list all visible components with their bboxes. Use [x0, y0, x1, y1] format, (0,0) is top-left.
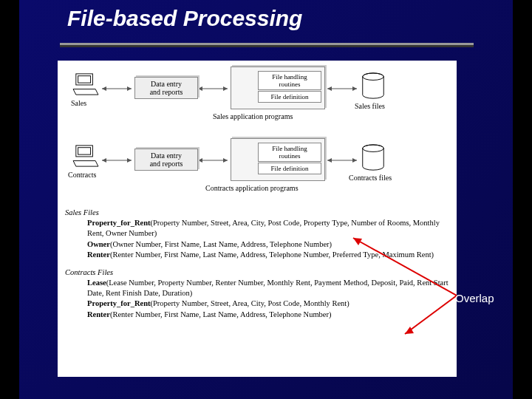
terminal-label: Contracts: [68, 171, 96, 179]
app-programs-box: File handling routines File definition: [231, 138, 325, 181]
data-entry-box: Data entry and reports: [134, 77, 198, 99]
slide-title: File-based Processing: [67, 6, 302, 31]
cylinder-icon: [361, 144, 386, 172]
schema-line: Lease(Lease Number, Property Number, Ren…: [87, 278, 449, 299]
svg-rect-19: [78, 76, 91, 83]
file-handling-box: File handling routines: [258, 143, 321, 162]
schema-line: Property_for_Rent(Property Number, Stree…: [87, 218, 449, 239]
svg-marker-29: [405, 327, 414, 334]
app-programs-box: File handling routines File definition: [231, 66, 325, 109]
terminal-icon: [71, 72, 100, 96]
svg-marker-17: [352, 158, 357, 163]
svg-marker-2: [127, 86, 132, 91]
file-definition-box: File definition: [258, 163, 321, 174]
svg-marker-13: [198, 158, 202, 163]
schema-block: Sales Files Property_for_Rent(Property N…: [65, 205, 449, 320]
contracts-files-heading: Contracts Files: [65, 267, 449, 278]
schema-line: Renter(Renter Number, First Name, Last N…: [87, 250, 449, 260]
svg-marker-5: [223, 86, 228, 91]
svg-marker-16: [327, 158, 332, 163]
files-label: Contracts files: [349, 174, 392, 182]
schema-line: Renter(Renter Number, First Name, Last N…: [87, 310, 449, 320]
terminal-icon: [71, 144, 100, 168]
overlap-label: Overlap: [455, 292, 494, 304]
svg-marker-7: [327, 86, 332, 91]
svg-marker-1: [102, 86, 106, 91]
svg-rect-23: [78, 148, 91, 154]
files-label: Sales files: [355, 102, 385, 110]
terminal-label: Sales: [71, 99, 86, 107]
cylinder-icon: [361, 72, 386, 100]
diagram-panel: Sales Data entry and reports File handli…: [58, 61, 457, 377]
svg-marker-8: [352, 86, 357, 91]
app-label: Contracts application programs: [205, 184, 299, 192]
title-rule: [60, 43, 474, 45]
sales-files-heading: Sales Files: [65, 208, 449, 218]
svg-marker-11: [127, 158, 132, 163]
app-label: Sales application programs: [213, 112, 293, 120]
svg-marker-14: [223, 158, 228, 163]
schema-line: Owner(Owner Number, First Name, Last Nam…: [87, 239, 449, 250]
file-definition-box: File definition: [258, 91, 321, 103]
svg-marker-10: [102, 158, 106, 163]
file-handling-box: File handling routines: [258, 71, 321, 90]
slide: File-based Processing Sales Data entry a…: [19, 0, 513, 399]
schema-line: Property_for_Rent(Property Number, Stree…: [87, 299, 449, 309]
svg-marker-4: [198, 86, 202, 91]
data-entry-box: Data entry and reports: [134, 149, 198, 171]
